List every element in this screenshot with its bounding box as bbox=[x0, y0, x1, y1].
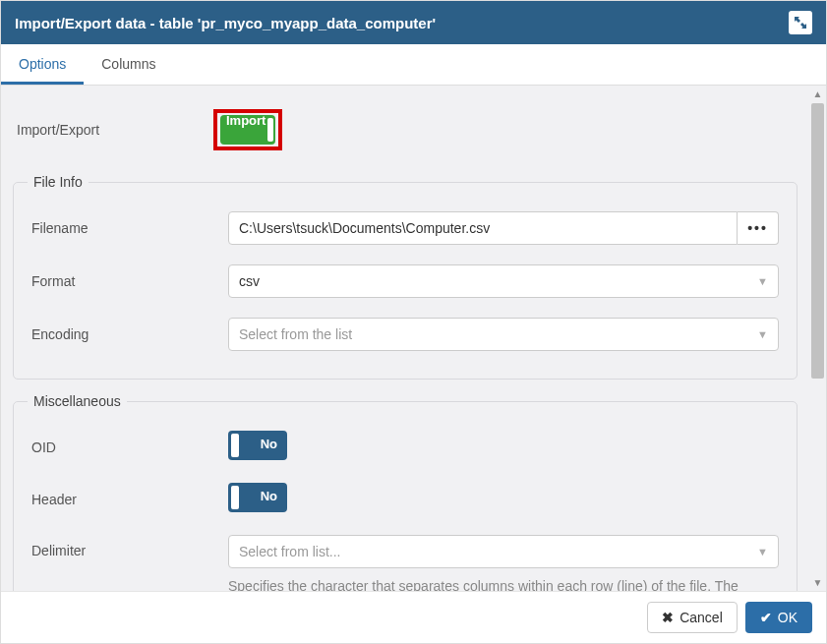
browse-button[interactable]: ••• bbox=[738, 211, 779, 245]
scroll-down-button[interactable]: ▼ bbox=[809, 574, 826, 591]
scroll-thumb[interactable] bbox=[811, 103, 824, 379]
close-icon: ✖ bbox=[662, 610, 674, 625]
highlight-box: Import bbox=[213, 109, 282, 150]
check-icon: ✔ bbox=[760, 610, 772, 625]
delimiter-placeholder: Select from list... bbox=[239, 544, 340, 559]
import-export-toggle[interactable]: Import bbox=[220, 115, 275, 145]
toggle-knob bbox=[231, 434, 239, 457]
file-info-fieldset: File Info Filename C:\Users\tsuck\Docume… bbox=[13, 174, 797, 380]
tab-options[interactable]: Options bbox=[1, 44, 84, 85]
oid-value: No bbox=[261, 437, 277, 451]
expand-icon bbox=[795, 17, 806, 29]
dialog-footer: ✖ Cancel ✔ OK bbox=[1, 591, 826, 643]
chevron-down-icon: ▼ bbox=[757, 546, 768, 557]
delimiter-select[interactable]: Select from list... ▼ bbox=[228, 535, 779, 568]
chevron-down-icon: ▼ bbox=[757, 275, 768, 287]
tab-bar: Options Columns bbox=[1, 44, 826, 86]
scrollbar[interactable]: ▲ ▼ bbox=[809, 86, 826, 591]
format-value: csv bbox=[239, 273, 260, 289]
delimiter-label: Delimiter bbox=[31, 535, 228, 558]
tab-columns[interactable]: Columns bbox=[84, 44, 173, 85]
dialog-header: Import/Export data - table 'pr_myco_myap… bbox=[1, 1, 826, 44]
import-export-label: Import/Export bbox=[17, 122, 213, 138]
toggle-knob bbox=[231, 486, 239, 509]
cancel-button[interactable]: ✖ Cancel bbox=[647, 602, 738, 633]
miscellaneous-fieldset: Miscellaneous OID No Header bbox=[13, 393, 797, 591]
toggle-knob bbox=[267, 118, 273, 142]
oid-toggle[interactable]: No bbox=[228, 431, 287, 460]
dialog-title: Import/Export data - table 'pr_myco_myap… bbox=[15, 15, 436, 31]
format-label: Format bbox=[31, 273, 228, 289]
encoding-select[interactable]: Select from the list ▼ bbox=[228, 318, 779, 351]
chevron-down-icon: ▼ bbox=[757, 328, 768, 340]
delimiter-help-text: Specifies the character that separates c… bbox=[228, 576, 779, 591]
header-toggle[interactable]: No bbox=[228, 483, 287, 512]
header-label: Header bbox=[31, 492, 228, 507]
encoding-label: Encoding bbox=[31, 326, 228, 342]
miscellaneous-legend: Miscellaneous bbox=[28, 393, 127, 409]
filename-label: Filename bbox=[31, 220, 228, 236]
scroll-up-button[interactable]: ▲ bbox=[809, 86, 826, 102]
maximize-button[interactable] bbox=[789, 11, 812, 34]
cancel-label: Cancel bbox=[679, 610, 723, 625]
ok-label: OK bbox=[778, 610, 797, 625]
filename-input[interactable]: C:\Users\tsuck\Documents\Computer.csv bbox=[228, 211, 738, 245]
header-value: No bbox=[261, 489, 277, 503]
ok-button[interactable]: ✔ OK bbox=[745, 602, 812, 633]
dialog-body: Import/Export Import File Info Filename bbox=[1, 86, 809, 591]
file-info-legend: File Info bbox=[28, 174, 89, 190]
encoding-placeholder: Select from the list bbox=[239, 326, 352, 342]
format-select[interactable]: csv ▼ bbox=[228, 264, 779, 298]
import-export-dialog: Import/Export data - table 'pr_myco_myap… bbox=[0, 0, 827, 644]
oid-label: OID bbox=[31, 439, 228, 455]
